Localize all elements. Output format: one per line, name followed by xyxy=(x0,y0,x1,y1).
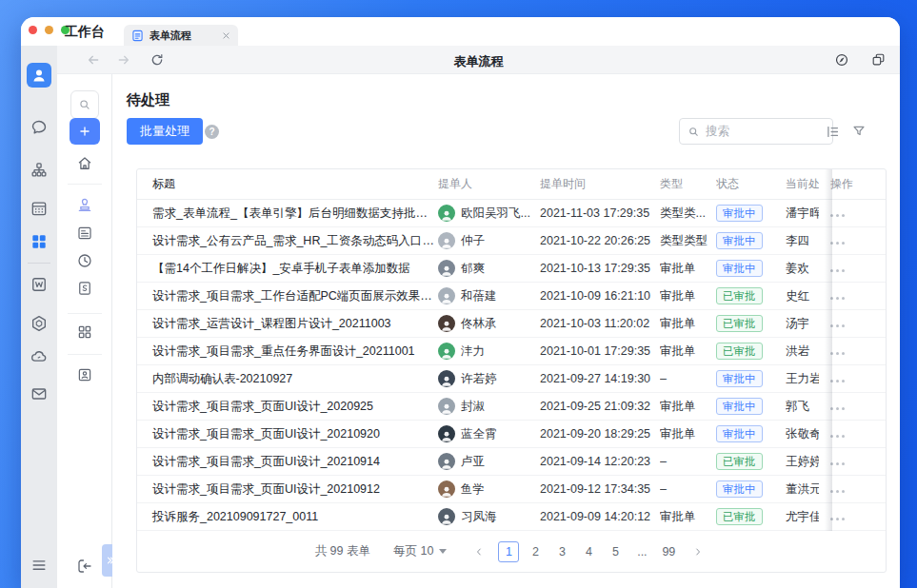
status-badge: 已审批 xyxy=(716,343,763,360)
column-settings-icon[interactable] xyxy=(825,124,841,140)
pagination: 共 99 表单 每页 10 12345...99 xyxy=(137,531,886,572)
clock-icon[interactable] xyxy=(76,252,93,269)
table-search[interactable] xyxy=(679,118,833,145)
table-row[interactable]: 需求_表单流程_【表单引擎】后台明细数据支持批量打印_20210719 欧阳吴羽… xyxy=(137,200,886,227)
table-row[interactable]: 设计需求_项目需求_工作台适配PC端页面展示效果设计_20211008 和蓓建 … xyxy=(137,283,886,310)
row-actions-button[interactable] xyxy=(819,234,872,247)
table-row[interactable]: 设计需求_项目需求_页面UI设计_2020925 封淑 2021-09-25 2… xyxy=(137,393,886,421)
row-title[interactable]: 设计需求_项目需求_页面UI设计_2020925 xyxy=(137,399,438,415)
row-title[interactable]: 设计需求_项目需求_重点任务界面设计_20211001 xyxy=(137,343,438,360)
cloud-icon[interactable] xyxy=(30,347,49,366)
submitter-name: 许若婷 xyxy=(461,371,497,387)
more-actions-icon xyxy=(830,269,845,272)
calendar-icon[interactable] xyxy=(30,199,49,218)
page-2[interactable]: 2 xyxy=(525,541,546,562)
menu-icon[interactable] xyxy=(30,556,49,575)
status-badge: 已审批 xyxy=(716,315,763,332)
row-actions-button[interactable] xyxy=(819,482,872,496)
sidebar-add-button[interactable] xyxy=(70,118,100,145)
row-status: 审批中 xyxy=(716,370,786,387)
row-actions-button[interactable] xyxy=(819,317,872,330)
table-row[interactable]: 设计需求_项目需求_页面UI设计_20210920 蓝全霄 2021-09-20… xyxy=(137,421,886,448)
close-window-button[interactable] xyxy=(29,26,37,34)
row-actions-button[interactable] xyxy=(819,206,872,220)
w-doc-icon[interactable] xyxy=(30,275,49,294)
page-99[interactable]: 99 xyxy=(658,541,679,562)
row-actions-button[interactable] xyxy=(819,455,872,468)
row-actions-button[interactable] xyxy=(819,344,872,358)
org-contacts-icon[interactable] xyxy=(30,161,49,180)
table-row[interactable]: 【需14个工作日解决】_安卓手机子表单添加数据 郁爽 2021-10-13 17… xyxy=(137,255,886,283)
row-title[interactable]: 设计需求_项目需求_页面UI设计_20210914 xyxy=(137,454,438,470)
home-icon[interactable] xyxy=(76,155,93,172)
page-1[interactable]: 1 xyxy=(498,541,519,562)
row-title[interactable]: 设计需求_项目需求_工作台适配PC端页面展示效果设计_20211008 xyxy=(137,288,438,304)
table-row[interactable]: 设计需求_项目需求_重点任务界面设计_20211001 沣力 2021-10-0… xyxy=(137,338,886,365)
row-status: 已审批 xyxy=(716,508,786,525)
user-avatar[interactable] xyxy=(27,63,51,88)
row-title[interactable]: 投诉服务_202109091727_0011 xyxy=(137,509,438,525)
row-handler: 洪岩 xyxy=(786,343,819,360)
app-window: 工作台 表单流程 表单流程 xyxy=(21,17,900,588)
row-type: 审批单 xyxy=(660,399,716,415)
tab-form-flow[interactable]: 表单流程 xyxy=(124,25,238,46)
row-actions-button[interactable] xyxy=(819,372,872,385)
sidebar-search-button[interactable] xyxy=(70,90,99,119)
row-actions-button[interactable] xyxy=(819,400,872,413)
row-title[interactable]: 内部调动确认表-20210927 xyxy=(137,371,438,387)
page-5[interactable]: 5 xyxy=(605,541,626,562)
feed-icon[interactable] xyxy=(76,225,93,242)
page-4[interactable]: 4 xyxy=(578,541,599,562)
drive-box-icon[interactable] xyxy=(30,314,49,333)
row-handler: 潘宇晖 xyxy=(786,206,819,222)
submitter-name: 沣力 xyxy=(461,343,485,360)
table-row[interactable]: 设计需求_运营设计_课程图片设计_20211003 佟林承 2021-10-03… xyxy=(137,310,886,338)
more-actions-icon xyxy=(830,407,845,410)
search-input[interactable] xyxy=(706,125,810,138)
row-actions-button[interactable] xyxy=(819,262,872,275)
filter-icon[interactable] xyxy=(851,124,867,140)
multi-window-icon[interactable] xyxy=(871,52,886,67)
badge-icon[interactable] xyxy=(76,366,93,383)
help-icon[interactable]: ? xyxy=(205,125,219,139)
row-title[interactable]: 设计需求_运营设计_课程图片设计_20211003 xyxy=(137,316,438,332)
note-s-icon[interactable] xyxy=(76,280,93,297)
row-type: 类型类... xyxy=(660,206,716,222)
table-row[interactable]: 设计需求_项目需求_页面UI设计_20210912 鱼学 2021-09-12 … xyxy=(137,476,886,503)
row-time: 2021-10-03 11:20:02 xyxy=(540,317,660,330)
row-handler: 姜欢 xyxy=(786,261,819,277)
page-3[interactable]: 3 xyxy=(551,541,572,562)
row-actions-button[interactable] xyxy=(819,427,872,441)
mail-icon[interactable] xyxy=(30,384,49,403)
prev-page-icon[interactable] xyxy=(473,546,485,558)
row-submitter: 鱼学 xyxy=(438,480,540,498)
next-page-icon[interactable] xyxy=(692,546,704,558)
compass-edit-icon[interactable] xyxy=(834,52,849,68)
row-actions-button[interactable] xyxy=(819,510,872,523)
apps-grid-icon[interactable] xyxy=(76,323,93,341)
row-time: 2021-10-22 20:26:25 xyxy=(540,234,660,247)
row-title[interactable]: 设计需求_项目需求_页面UI设计_20210912 xyxy=(137,481,438,498)
submitter-avatar xyxy=(438,260,455,277)
approval-stamp-icon[interactable] xyxy=(76,196,93,213)
per-page-select[interactable]: 每页 10 xyxy=(393,543,447,559)
row-title[interactable]: 【需14个工作日解决】_安卓手机子表单添加数据 xyxy=(137,261,438,277)
row-title[interactable]: 设计需求_项目需求_页面UI设计_20210920 xyxy=(137,426,438,442)
collapse-icon[interactable] xyxy=(76,558,93,575)
submitter-avatar xyxy=(438,370,455,387)
submitter-name: 习凤海 xyxy=(461,509,497,525)
chat-icon[interactable] xyxy=(30,118,49,137)
row-submitter: 习凤海 xyxy=(438,508,540,525)
minimize-window-button[interactable] xyxy=(45,26,53,34)
row-title[interactable]: 设计需求_公有云产品_需求_HR_工资条动态码入口优化_20201028 xyxy=(137,233,438,249)
tab-close-icon[interactable] xyxy=(222,31,230,40)
workbench-apps-icon[interactable] xyxy=(30,232,49,251)
row-actions-button[interactable] xyxy=(819,289,872,303)
table-row[interactable]: 投诉服务_202109091727_0011 习凤海 2021-09-09 14… xyxy=(137,503,886,531)
status-badge: 已审批 xyxy=(716,287,763,304)
table-row[interactable]: 设计需求_项目需求_页面UI设计_20210914 卢亚 2021-09-14 … xyxy=(137,448,886,476)
batch-process-button[interactable]: 批量处理 xyxy=(127,118,203,145)
row-title[interactable]: 需求_表单流程_【表单引擎】后台明细数据支持批量打印_20210719 xyxy=(137,206,438,222)
table-row[interactable]: 内部调动确认表-20210927 许若婷 2021-09-27 14:19:30… xyxy=(137,365,886,393)
table-row[interactable]: 设计需求_公有云产品_需求_HR_工资条动态码入口优化_20201028 仲子 … xyxy=(137,227,886,255)
